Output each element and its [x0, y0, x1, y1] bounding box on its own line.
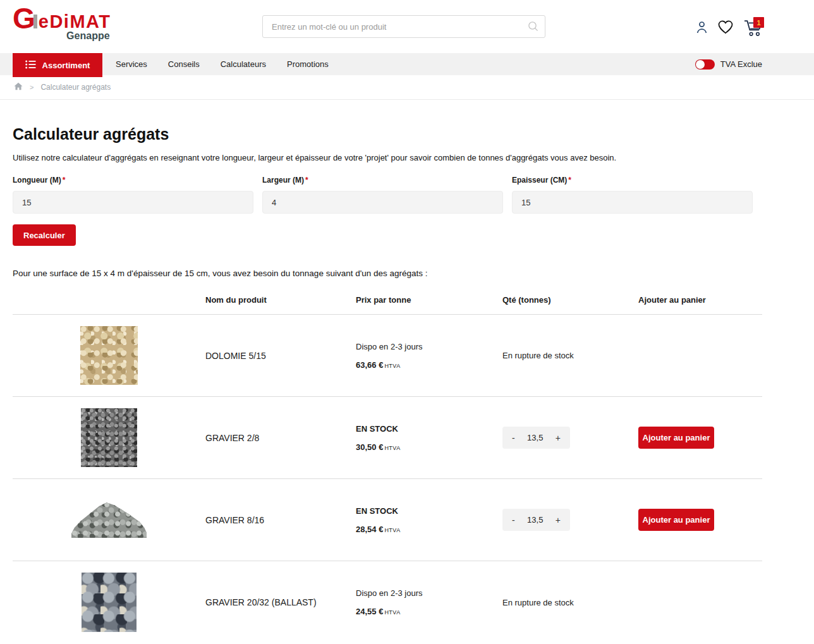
- table-row: GRAVIER 8/16 EN STOCK 28,54 €HTVA - 13,5…: [13, 479, 762, 561]
- largeur-input[interactable]: [262, 191, 503, 214]
- column-header-qty: Qté (tonnes): [502, 295, 638, 305]
- longueur-input[interactable]: [13, 191, 253, 214]
- required-mark: *: [305, 176, 308, 185]
- breadcrumb-current: Calculateur agrégats: [40, 83, 111, 92]
- logo-letter-g: G: [13, 8, 35, 30]
- nav-item-promotions[interactable]: Promotions: [287, 59, 329, 69]
- gedimat-logo[interactable]: G eDiMAT Genappe: [13, 8, 111, 42]
- availability-text: EN STOCK: [356, 506, 502, 516]
- logo-brand-text: G eDiMAT: [13, 8, 111, 30]
- header-icons: 1: [696, 18, 764, 37]
- quantity-stepper[interactable]: - 13,5 +: [502, 427, 570, 449]
- field-label: Epaisseur (CM)*: [512, 176, 753, 185]
- price-cell: EN STOCK 28,54 €HTVA: [356, 506, 502, 534]
- aggregates-table: Nom du produit Prix par tonne Qté (tonne…: [13, 290, 762, 643]
- tva-toggle-label: TVA Exclue: [720, 59, 762, 69]
- add-to-cart-button[interactable]: Ajouter au panier: [638, 427, 714, 449]
- product-name: DOLOMIE 5/15: [205, 351, 356, 361]
- search-bar: [262, 15, 545, 38]
- logo-rest-text: eDiMAT: [39, 15, 111, 30]
- wishlist-heart-icon[interactable]: [717, 20, 734, 35]
- add-to-cart-button[interactable]: Ajouter au panier: [638, 509, 714, 531]
- epaisseur-input[interactable]: [512, 191, 753, 214]
- breadcrumb-separator: >: [30, 83, 33, 91]
- action-cell: Ajouter au panier: [638, 427, 762, 449]
- price-line: 28,54 €HTVA: [356, 525, 502, 534]
- table-row: DOLOMIE 5/15 Dispo en 2-3 jours 63,66 €H…: [13, 315, 762, 397]
- tax-label: HTVA: [384, 445, 400, 451]
- nav-item-calculateurs[interactable]: Calculateurs: [221, 59, 266, 69]
- main-nav: Assortiment Services Conseils Calculateu…: [0, 53, 814, 75]
- assortiment-label: Assortiment: [42, 61, 90, 70]
- increase-button[interactable]: +: [556, 433, 561, 443]
- breadcrumb: > Calculateur agrégats: [0, 75, 814, 100]
- cart-count-badge: 1: [753, 17, 764, 28]
- product-name: GRAVIER 8/16: [205, 515, 356, 525]
- column-header-add: Ajouter au panier: [638, 295, 762, 305]
- search-input[interactable]: [262, 15, 545, 38]
- availability-text: Dispo en 2-3 jours: [356, 342, 502, 351]
- toggle-knob: [696, 60, 705, 69]
- price-line: 63,66 €HTVA: [356, 360, 502, 370]
- product-image-cell: [13, 573, 205, 632]
- price-line: 24,55 €HTVA: [356, 607, 502, 616]
- field-label: Longueur (M)*: [13, 176, 253, 185]
- nav-links: Services Conseils Calculateurs Promotion…: [116, 59, 329, 69]
- logo-gray-bar: [33, 15, 37, 28]
- price-value: 30,50 €: [356, 442, 383, 452]
- product-image: [82, 573, 137, 632]
- page-description: Utilisez notre calculateur d'aggrégats e…: [13, 153, 762, 162]
- quantity-value[interactable]: 13,5: [527, 433, 543, 442]
- stock-status: En rupture de stock: [502, 351, 638, 360]
- bulleted-list-icon: [25, 60, 36, 71]
- page-title: Calculateur agrégats: [13, 125, 762, 143]
- availability-text: EN STOCK: [356, 424, 502, 434]
- field-longueur: Longueur (M)*: [13, 176, 253, 214]
- stock-status: En rupture de stock: [502, 598, 638, 607]
- tax-label: HTVA: [384, 363, 400, 369]
- site-header: G eDiMAT Genappe 1: [0, 0, 814, 53]
- product-image-cell: [13, 408, 205, 467]
- product-image: [81, 408, 137, 467]
- assortiment-button[interactable]: Assortiment: [13, 53, 102, 77]
- table-header-row: Nom du produit Prix par tonne Qté (tonne…: [13, 290, 762, 315]
- product-image-cell: [13, 326, 205, 385]
- quantity-cell: - 13,5 +: [502, 427, 638, 449]
- product-name: GRAVIER 2/8: [205, 433, 356, 443]
- decrease-button[interactable]: -: [512, 433, 515, 443]
- increase-button[interactable]: +: [556, 515, 561, 525]
- price-value: 24,55 €: [356, 607, 383, 616]
- result-text: Pour une surface de 15 x 4 m d'épaisseur…: [13, 269, 762, 278]
- price-value: 28,54 €: [356, 525, 383, 534]
- product-image-cell: [13, 502, 205, 538]
- column-header-image: [13, 295, 205, 305]
- price-cell: Dispo en 2-3 jours 63,66 €HTVA: [356, 342, 502, 370]
- search-icon[interactable]: [528, 21, 539, 35]
- main-content: Calculateur agrégats Utilisez notre calc…: [13, 125, 762, 644]
- price-cell: EN STOCK 30,50 €HTVA: [356, 424, 502, 452]
- quantity-value[interactable]: 13,5: [527, 515, 543, 525]
- nav-item-services[interactable]: Services: [116, 59, 147, 69]
- quantity-cell: - 13,5 +: [502, 509, 638, 531]
- price-cell: Dispo en 2-3 jours 24,55 €HTVA: [356, 588, 502, 616]
- tva-toggle[interactable]: [695, 59, 715, 70]
- availability-text: Dispo en 2-3 jours: [356, 588, 502, 598]
- account-icon[interactable]: [696, 21, 708, 34]
- field-label: Largeur (M)*: [262, 176, 503, 185]
- required-mark: *: [63, 176, 66, 185]
- quantity-stepper[interactable]: - 13,5 +: [502, 509, 570, 531]
- tax-label: HTVA: [384, 527, 400, 533]
- column-header-price: Prix par tonne: [356, 295, 502, 305]
- nav-item-conseils[interactable]: Conseils: [168, 59, 200, 69]
- tax-label: HTVA: [384, 609, 400, 616]
- table-row: GRAVIER 2/8 EN STOCK 30,50 €HTVA - 13,5 …: [13, 397, 762, 479]
- calculator-form: Longueur (M)* Largeur (M)* Epaisseur (CM…: [13, 176, 753, 214]
- decrease-button[interactable]: -: [512, 515, 515, 525]
- product-image: [71, 502, 147, 538]
- tva-toggle-group: TVA Exclue: [695, 59, 762, 70]
- field-largeur: Largeur (M)*: [262, 176, 503, 214]
- required-mark: *: [568, 176, 571, 185]
- home-icon[interactable]: [14, 82, 23, 92]
- recalculer-button[interactable]: Recalculer: [13, 224, 76, 246]
- cart-icon[interactable]: 1: [743, 18, 764, 37]
